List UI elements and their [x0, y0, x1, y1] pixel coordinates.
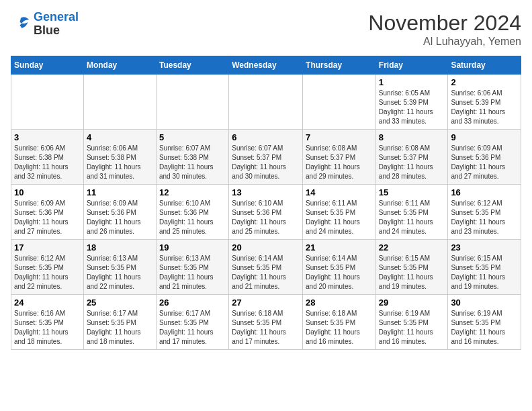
day-info: Sunrise: 6:16 AM Sunset: 5:35 PM Dayligh…: [14, 309, 81, 347]
day-number: 10: [14, 187, 81, 197]
day-number: 2: [451, 77, 518, 87]
day-number: 15: [379, 187, 445, 197]
day-number: 23: [451, 242, 518, 253]
calendar-cell: 9Sunrise: 6:09 AM Sunset: 5:36 PM Daylig…: [448, 130, 521, 185]
calendar-cell: 10Sunrise: 6:09 AM Sunset: 5:36 PM Dayli…: [11, 185, 84, 240]
day-info: Sunrise: 6:06 AM Sunset: 5:38 PM Dayligh…: [87, 144, 153, 181]
calendar-cell: 8Sunrise: 6:08 AM Sunset: 5:37 PM Daylig…: [375, 130, 448, 185]
calendar-week-5: 24Sunrise: 6:16 AM Sunset: 5:35 PM Dayli…: [11, 295, 521, 350]
day-info: Sunrise: 6:12 AM Sunset: 5:35 PM Dayligh…: [451, 199, 518, 236]
calendar-cell: 21Sunrise: 6:14 AM Sunset: 5:35 PM Dayli…: [303, 240, 376, 295]
day-info: Sunrise: 6:05 AM Sunset: 5:39 PM Dayligh…: [379, 89, 445, 126]
day-info: Sunrise: 6:12 AM Sunset: 5:35 PM Dayligh…: [14, 254, 81, 291]
calendar-table: SundayMondayTuesdayWednesdayThursdayFrid…: [11, 56, 521, 350]
day-number: 21: [306, 242, 373, 253]
day-number: 9: [451, 132, 518, 142]
calendar-cell: 11Sunrise: 6:09 AM Sunset: 5:36 PM Dayli…: [83, 185, 156, 240]
calendar-cell: 1Sunrise: 6:05 AM Sunset: 5:39 PM Daylig…: [375, 75, 448, 130]
day-info: Sunrise: 6:13 AM Sunset: 5:35 PM Dayligh…: [159, 254, 226, 291]
location: Al Luhayyah, Yemen: [368, 36, 521, 48]
calendar-cell: 16Sunrise: 6:12 AM Sunset: 5:35 PM Dayli…: [448, 185, 521, 240]
calendar-cell: [11, 75, 84, 130]
day-number: 25: [87, 298, 153, 308]
day-header-thursday: Thursday: [303, 56, 376, 75]
day-info: Sunrise: 6:08 AM Sunset: 5:37 PM Dayligh…: [379, 144, 445, 181]
day-info: Sunrise: 6:18 AM Sunset: 5:35 PM Dayligh…: [306, 309, 373, 347]
calendar-cell: 12Sunrise: 6:10 AM Sunset: 5:36 PM Dayli…: [156, 185, 228, 240]
day-number: 6: [232, 132, 300, 142]
day-info: Sunrise: 6:09 AM Sunset: 5:36 PM Dayligh…: [14, 199, 81, 236]
day-info: Sunrise: 6:14 AM Sunset: 5:35 PM Dayligh…: [232, 254, 300, 291]
month-title: November 2024: [368, 11, 521, 36]
day-info: Sunrise: 6:11 AM Sunset: 5:35 PM Dayligh…: [306, 199, 373, 236]
day-number: 12: [159, 187, 226, 197]
title-block: November 2024 Al Luhayyah, Yemen: [368, 11, 521, 48]
calendar-cell: 17Sunrise: 6:12 AM Sunset: 5:35 PM Dayli…: [11, 240, 84, 295]
calendar-week-2: 3Sunrise: 6:06 AM Sunset: 5:38 PM Daylig…: [11, 130, 521, 185]
day-number: 22: [379, 242, 445, 253]
calendar-cell: 22Sunrise: 6:15 AM Sunset: 5:35 PM Dayli…: [375, 240, 448, 295]
calendar-cell: [303, 75, 376, 130]
day-number: 18: [87, 242, 153, 253]
calendar-cell: 23Sunrise: 6:15 AM Sunset: 5:35 PM Dayli…: [448, 240, 521, 295]
calendar-header: SundayMondayTuesdayWednesdayThursdayFrid…: [11, 56, 521, 75]
day-number: 28: [306, 298, 373, 308]
day-info: Sunrise: 6:14 AM Sunset: 5:35 PM Dayligh…: [306, 254, 373, 291]
day-info: Sunrise: 6:06 AM Sunset: 5:39 PM Dayligh…: [451, 89, 518, 126]
day-info: Sunrise: 6:15 AM Sunset: 5:35 PM Dayligh…: [451, 254, 518, 291]
logo-text: GeneralBlue: [34, 11, 79, 38]
day-number: 3: [14, 132, 81, 142]
calendar-week-4: 17Sunrise: 6:12 AM Sunset: 5:35 PM Dayli…: [11, 240, 521, 295]
calendar-cell: [156, 75, 228, 130]
calendar-cell: 29Sunrise: 6:19 AM Sunset: 5:35 PM Dayli…: [375, 295, 448, 350]
day-number: 26: [159, 298, 226, 308]
day-info: Sunrise: 6:17 AM Sunset: 5:35 PM Dayligh…: [159, 309, 226, 347]
logo: GeneralBlue: [11, 11, 79, 38]
calendar-cell: 4Sunrise: 6:06 AM Sunset: 5:38 PM Daylig…: [83, 130, 156, 185]
day-info: Sunrise: 6:10 AM Sunset: 5:36 PM Dayligh…: [232, 199, 300, 236]
calendar-cell: 6Sunrise: 6:07 AM Sunset: 5:37 PM Daylig…: [229, 130, 303, 185]
day-number: 7: [306, 132, 373, 142]
day-info: Sunrise: 6:18 AM Sunset: 5:35 PM Dayligh…: [232, 309, 300, 347]
day-number: 29: [379, 298, 445, 308]
calendar-cell: 2Sunrise: 6:06 AM Sunset: 5:39 PM Daylig…: [448, 75, 521, 130]
day-number: 11: [87, 187, 153, 197]
day-info: Sunrise: 6:17 AM Sunset: 5:35 PM Dayligh…: [87, 309, 153, 347]
calendar-cell: 18Sunrise: 6:13 AM Sunset: 5:35 PM Dayli…: [83, 240, 156, 295]
calendar-week-1: 1Sunrise: 6:05 AM Sunset: 5:39 PM Daylig…: [11, 75, 521, 130]
day-info: Sunrise: 6:19 AM Sunset: 5:35 PM Dayligh…: [451, 309, 518, 347]
day-info: Sunrise: 6:09 AM Sunset: 5:36 PM Dayligh…: [451, 144, 518, 181]
day-number: 19: [159, 242, 226, 253]
day-number: 17: [14, 242, 81, 253]
day-number: 27: [232, 298, 300, 308]
day-info: Sunrise: 6:11 AM Sunset: 5:35 PM Dayligh…: [379, 199, 445, 236]
day-header-sunday: Sunday: [11, 56, 84, 75]
day-number: 1: [379, 77, 445, 87]
day-info: Sunrise: 6:08 AM Sunset: 5:37 PM Dayligh…: [306, 144, 373, 181]
day-info: Sunrise: 6:07 AM Sunset: 5:38 PM Dayligh…: [159, 144, 226, 181]
day-header-friday: Friday: [375, 56, 448, 75]
calendar-cell: 28Sunrise: 6:18 AM Sunset: 5:35 PM Dayli…: [303, 295, 376, 350]
calendar-cell: 24Sunrise: 6:16 AM Sunset: 5:35 PM Dayli…: [11, 295, 84, 350]
calendar-cell: 25Sunrise: 6:17 AM Sunset: 5:35 PM Dayli…: [83, 295, 156, 350]
day-info: Sunrise: 6:06 AM Sunset: 5:38 PM Dayligh…: [14, 144, 81, 181]
day-info: Sunrise: 6:19 AM Sunset: 5:35 PM Dayligh…: [379, 309, 445, 347]
day-number: 14: [306, 187, 373, 197]
day-number: 20: [232, 242, 300, 253]
day-header-wednesday: Wednesday: [229, 56, 303, 75]
day-info: Sunrise: 6:13 AM Sunset: 5:35 PM Dayligh…: [87, 254, 153, 291]
day-header-tuesday: Tuesday: [156, 56, 228, 75]
calendar-cell: 27Sunrise: 6:18 AM Sunset: 5:35 PM Dayli…: [229, 295, 303, 350]
day-number: 5: [159, 132, 226, 142]
day-number: 13: [232, 187, 300, 197]
calendar-cell: [83, 75, 156, 130]
calendar-cell: 20Sunrise: 6:14 AM Sunset: 5:35 PM Dayli…: [229, 240, 303, 295]
calendar-cell: 3Sunrise: 6:06 AM Sunset: 5:38 PM Daylig…: [11, 130, 84, 185]
day-number: 30: [451, 298, 518, 308]
day-number: 8: [379, 132, 445, 142]
day-info: Sunrise: 6:09 AM Sunset: 5:36 PM Dayligh…: [87, 199, 153, 236]
logo-bird-icon: [11, 14, 31, 34]
day-info: Sunrise: 6:07 AM Sunset: 5:37 PM Dayligh…: [232, 144, 300, 181]
calendar-cell: 7Sunrise: 6:08 AM Sunset: 5:37 PM Daylig…: [303, 130, 376, 185]
calendar-cell: 15Sunrise: 6:11 AM Sunset: 5:35 PM Dayli…: [375, 185, 448, 240]
